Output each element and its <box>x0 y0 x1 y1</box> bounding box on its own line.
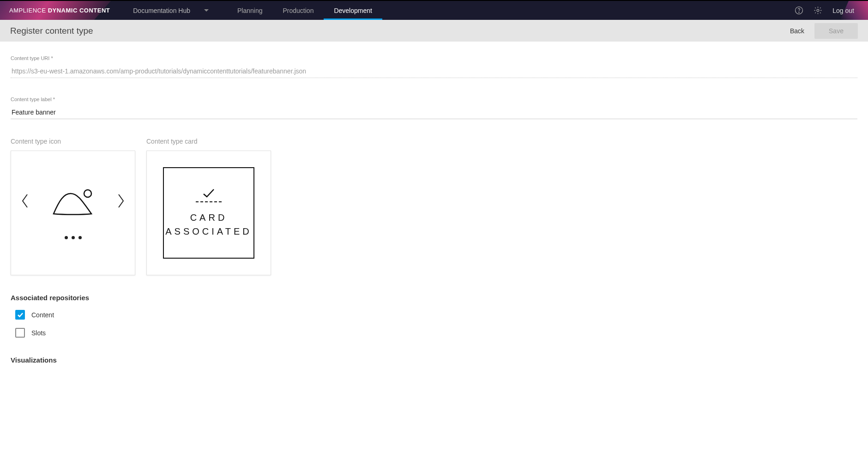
tab-planning[interactable]: Planning <box>227 1 273 20</box>
dash-divider <box>196 201 222 202</box>
tab-production[interactable]: Production <box>273 1 324 20</box>
save-button[interactable]: Save <box>814 23 858 39</box>
top-navigation: AMPLIENCE DYNAMIC CONTENT Documentation … <box>0 0 868 20</box>
page-title: Register content type <box>10 26 93 36</box>
dot-icon <box>72 236 75 239</box>
icon-carousel <box>11 187 135 239</box>
uri-field: Content type URI * <box>11 55 857 78</box>
content-type-icon-label: Content type icon <box>11 138 135 145</box>
svg-point-1 <box>799 12 799 12</box>
image-placeholder-icon <box>50 187 96 218</box>
repo-slots-row: Slots <box>15 328 857 338</box>
checkbox-slots[interactable] <box>15 328 25 338</box>
subheader: Register content type Back Save <box>0 20 868 42</box>
associated-repositories-title: Associated repositories <box>11 294 857 302</box>
label-field-label: Content type label * <box>11 97 857 102</box>
tab-label: Development <box>334 7 372 14</box>
svg-point-2 <box>817 9 819 12</box>
content-type-icon-col: Content type icon <box>11 138 135 275</box>
help-icon[interactable] <box>795 6 803 15</box>
dot-icon <box>78 236 82 239</box>
repo-content-row: Content <box>15 310 857 320</box>
topbar-right: Log out <box>795 6 868 15</box>
content-type-card-label: Content type card <box>146 138 271 145</box>
dot-icon <box>65 236 68 239</box>
carousel-dots <box>65 236 82 239</box>
content-type-card-col: Content type card CARD ASSOCIATED <box>146 138 271 275</box>
checkbox-slots-label: Slots <box>31 329 46 337</box>
check-icon <box>202 188 216 200</box>
visualizations-title: Visualizations <box>11 356 857 364</box>
brand-bold: DYNAMIC CONTENT <box>48 7 110 14</box>
content-type-icon-card[interactable] <box>11 151 135 275</box>
brand-logo: AMPLIENCE DYNAMIC CONTENT <box>0 1 119 20</box>
uri-input[interactable] <box>11 65 857 78</box>
chevron-down-icon <box>204 9 209 12</box>
back-button[interactable]: Back <box>790 27 804 35</box>
subheader-actions: Back Save <box>790 23 858 39</box>
checkbox-content-label: Content <box>31 311 54 319</box>
label-input[interactable] <box>11 106 857 119</box>
svg-point-3 <box>84 190 91 197</box>
hub-name: Documentation Hub <box>133 7 190 14</box>
hub-selector[interactable]: Documentation Hub <box>133 7 209 14</box>
logout-link[interactable]: Log out <box>832 7 854 14</box>
cards-row: Content type icon <box>11 138 857 275</box>
card-associated-line1: CARD <box>165 211 252 224</box>
label-field: Content type label * <box>11 97 857 119</box>
tab-label: Production <box>283 7 314 14</box>
main-tabs: Planning Production Development <box>227 1 382 20</box>
brand-light: AMPLIENCE <box>9 7 46 14</box>
uri-label: Content type URI * <box>11 55 857 61</box>
checkbox-content[interactable] <box>15 310 25 320</box>
card-associated-line2: ASSOCIATED <box>165 224 252 238</box>
tab-development[interactable]: Development <box>324 1 382 20</box>
arrow-right-icon[interactable] <box>116 193 126 212</box>
arrow-left-icon[interactable] <box>20 193 30 212</box>
card-associated-frame: CARD ASSOCIATED <box>163 167 254 259</box>
card-associated-text: CARD ASSOCIATED <box>165 211 252 238</box>
main-content: Content type URI * Content type label * … <box>0 42 868 386</box>
gear-icon[interactable] <box>814 6 822 15</box>
content-type-card-card[interactable]: CARD ASSOCIATED <box>146 151 271 275</box>
tab-label: Planning <box>237 7 263 14</box>
